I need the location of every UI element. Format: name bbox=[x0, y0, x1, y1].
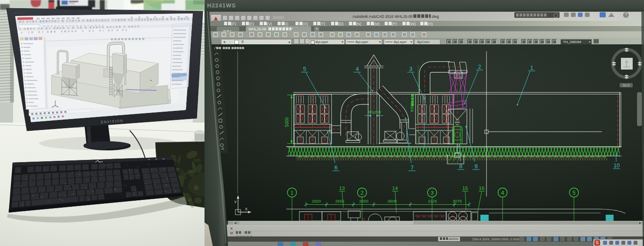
svg-text:M2241WS: M2241WS bbox=[13, 12, 25, 14]
svg-text:H2241WS: H2241WS bbox=[207, 2, 236, 9]
